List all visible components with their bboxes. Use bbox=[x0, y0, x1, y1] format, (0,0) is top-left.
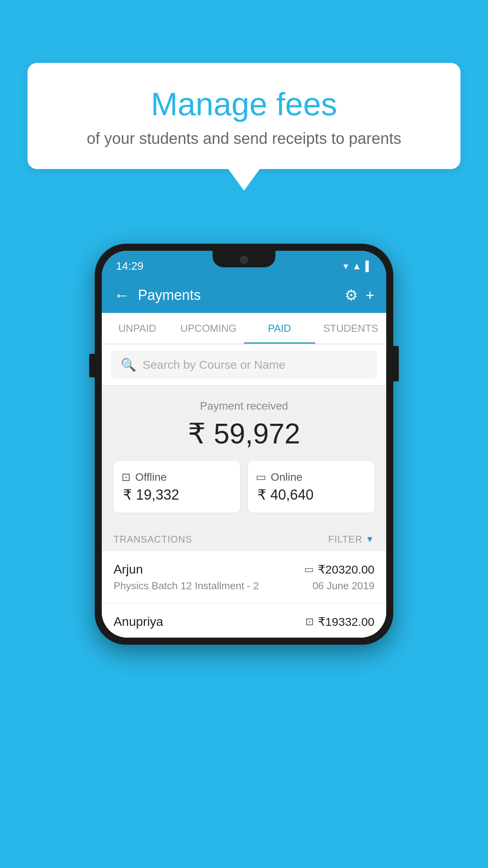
tab-students[interactable]: STUDENTS bbox=[315, 313, 386, 344]
transaction-amount-2: ₹19332.00 bbox=[318, 615, 374, 629]
search-box[interactable]: 🔍 Search by Course or Name bbox=[111, 351, 377, 379]
filter-button[interactable]: FILTER ▼ bbox=[328, 534, 374, 545]
phone-frame: 14:29 ▾ ▲ ▌ ← Payments ⚙ + bbox=[95, 244, 393, 645]
online-label: Online bbox=[271, 471, 303, 484]
status-icons: ▾ ▲ ▌ bbox=[343, 261, 372, 272]
offline-card-top: ⊡ Offline bbox=[121, 471, 232, 484]
tab-upcoming[interactable]: UPCOMING bbox=[173, 313, 244, 344]
offline-card: ⊡ Offline ₹ 19,332 bbox=[114, 461, 240, 513]
payment-received-section: Payment received ₹ 59,972 ⊡ Offline ₹ 19… bbox=[102, 386, 386, 524]
offline-amount: ₹ 19,332 bbox=[121, 487, 232, 503]
search-container: 🔍 Search by Course or Name bbox=[102, 344, 386, 386]
online-card: ▭ Online ₹ 40,640 bbox=[248, 461, 374, 513]
transaction-item[interactable]: Arjun ▭ ₹20320.00 Physics Batch 12 Insta… bbox=[102, 551, 386, 603]
phone-screen: 14:29 ▾ ▲ ▌ ← Payments ⚙ + bbox=[102, 251, 386, 638]
back-icon: ← bbox=[114, 286, 130, 305]
bubble-title: Manage fees bbox=[59, 86, 429, 122]
bubble-subtitle: of your students and send receipts to pa… bbox=[59, 130, 429, 147]
transaction-row-top-2: Anupriya ⊡ ₹19332.00 bbox=[114, 614, 374, 629]
online-amount: ₹ 40,640 bbox=[256, 487, 367, 503]
payment-cards: ⊡ Offline ₹ 19,332 ▭ Online ₹ 40,640 bbox=[114, 461, 374, 513]
filter-label: FILTER bbox=[328, 534, 362, 545]
payment-received-total: ₹ 59,972 bbox=[114, 417, 374, 450]
signal-icon: ▲ bbox=[352, 261, 361, 272]
tabs-bar: UNPAID UPCOMING PAID STUDENTS bbox=[102, 313, 386, 344]
phone-camera bbox=[240, 256, 248, 264]
page-title: Payments bbox=[138, 287, 337, 303]
gear-icon: ⚙ bbox=[345, 287, 358, 303]
bubble-tail bbox=[228, 169, 260, 191]
card-payment-icon: ▭ bbox=[304, 563, 314, 576]
battery-icon: ▌ bbox=[365, 261, 372, 272]
tab-unpaid[interactable]: UNPAID bbox=[102, 313, 173, 344]
offline-label: Offline bbox=[135, 471, 167, 484]
transaction-amount-row: ▭ ₹20320.00 bbox=[304, 563, 374, 576]
offline-payment-icon: ⊡ bbox=[305, 616, 314, 628]
filter-icon: ▼ bbox=[365, 534, 374, 544]
transaction-name: Arjun bbox=[114, 562, 143, 577]
transaction-amount: ₹20320.00 bbox=[318, 563, 374, 576]
online-card-top: ▭ Online bbox=[256, 471, 367, 484]
transaction-row-bottom: Physics Batch 12 Installment - 2 06 June… bbox=[114, 580, 374, 592]
phone-notch bbox=[213, 251, 275, 267]
wifi-icon: ▾ bbox=[343, 261, 348, 272]
status-time: 14:29 bbox=[116, 260, 143, 272]
transaction-course: Physics Batch 12 Installment - 2 bbox=[114, 580, 259, 592]
online-icon: ▭ bbox=[256, 471, 266, 484]
add-button[interactable]: + bbox=[366, 287, 374, 304]
settings-button[interactable]: ⚙ bbox=[345, 287, 358, 304]
speech-bubble-section: Manage fees of your students and send re… bbox=[28, 63, 460, 191]
transaction-amount-row-2: ⊡ ₹19332.00 bbox=[305, 615, 374, 629]
speech-bubble-card: Manage fees of your students and send re… bbox=[28, 63, 460, 169]
offline-icon: ⊡ bbox=[121, 471, 130, 484]
search-placeholder: Search by Course or Name bbox=[143, 358, 286, 371]
search-icon: 🔍 bbox=[121, 357, 136, 372]
payment-received-label: Payment received bbox=[114, 400, 374, 412]
transaction-name-2: Anupriya bbox=[114, 614, 163, 629]
plus-icon: + bbox=[366, 287, 374, 303]
app-header: ← Payments ⚙ + bbox=[102, 278, 386, 313]
transactions-header: TRANSACTIONS FILTER ▼ bbox=[102, 524, 386, 551]
transactions-label: TRANSACTIONS bbox=[114, 534, 192, 545]
transaction-date: 06 June 2019 bbox=[312, 580, 374, 592]
phone-wrapper: 14:29 ▾ ▲ ▌ ← Payments ⚙ + bbox=[95, 244, 393, 645]
transaction-item-partial[interactable]: Anupriya ⊡ ₹19332.00 bbox=[102, 603, 386, 638]
tab-paid[interactable]: PAID bbox=[244, 313, 315, 344]
back-button[interactable]: ← bbox=[114, 286, 130, 305]
transaction-row-top: Arjun ▭ ₹20320.00 bbox=[114, 562, 374, 577]
